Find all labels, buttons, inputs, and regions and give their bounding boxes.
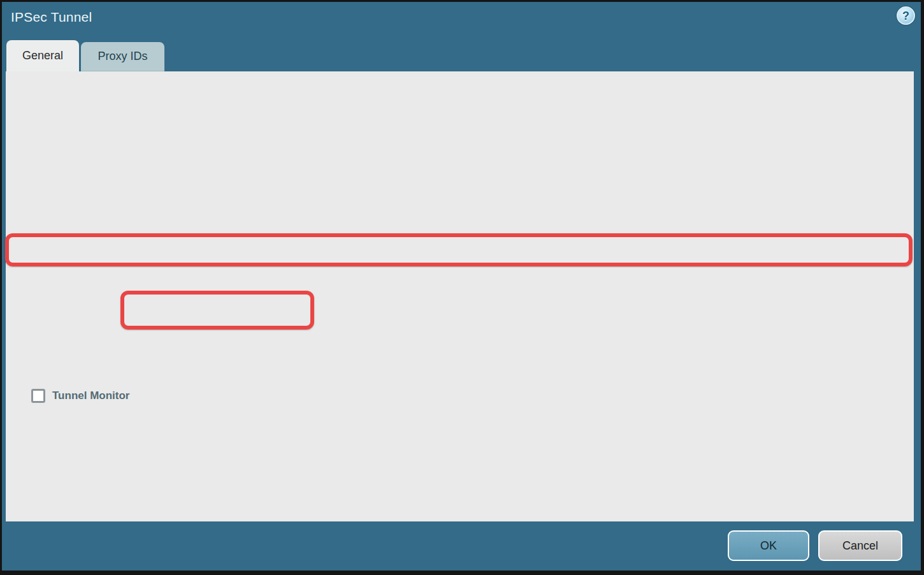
tunnel-monitor-checkbox[interactable]: Tunnel Monitor: [25, 388, 136, 404]
cancel-button[interactable]: Cancel: [818, 530, 902, 561]
tab-general-label: General: [22, 49, 63, 62]
dialog-title: IPSec Tunnel: [11, 10, 92, 25]
general-tab-panel: [6, 71, 914, 521]
ok-button[interactable]: OK: [728, 530, 809, 561]
tab-proxy-ids-label: Proxy IDs: [97, 50, 147, 63]
ipsec-tunnel-dialog: IPSec Tunnel ? General Proxy IDs Name Tu…: [0, 0, 924, 575]
help-icon[interactable]: ?: [897, 6, 915, 25]
tab-general[interactable]: General: [6, 40, 79, 71]
checkbox-unchecked-icon: [31, 389, 45, 403]
tab-proxy-ids[interactable]: Proxy IDs: [81, 42, 164, 71]
